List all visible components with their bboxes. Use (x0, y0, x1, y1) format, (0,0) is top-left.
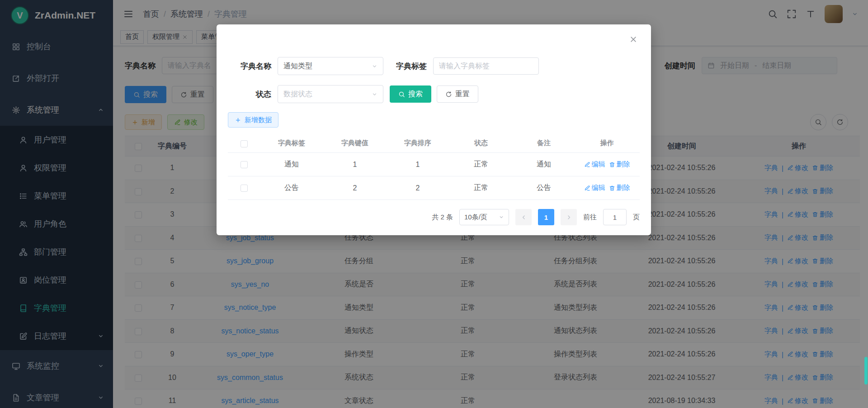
pagination: 共 2 条 10条/页 1 前往 页 (228, 209, 640, 225)
modal-status-select[interactable]: 数据状态 (278, 85, 383, 103)
modal-reset-button[interactable]: 重置 (437, 85, 478, 103)
cell-remark: 公告 (514, 183, 574, 193)
modal-status-label: 状态 (228, 89, 271, 100)
page-size-select[interactable]: 10条/页 (459, 209, 509, 225)
col-dict-label: 字典标签 (260, 139, 323, 147)
modal-form-row-1: 字典名称 通知类型 字典标签 (228, 57, 640, 75)
modal-dict-name-select[interactable]: 通知类型 (278, 57, 383, 75)
row-delete-link[interactable]: 删除 (609, 184, 630, 192)
refresh-icon (445, 91, 452, 98)
col-dict-sort: 字典排序 (387, 139, 448, 147)
chevron-left-icon (520, 214, 527, 221)
cell-dict-label: 通知 (260, 160, 323, 169)
row-checkbox[interactable] (241, 161, 248, 168)
chevron-down-icon (372, 63, 377, 69)
next-page-button[interactable] (561, 209, 577, 225)
row-delete-link[interactable]: 删除 (609, 160, 630, 169)
cell-dict-value: 1 (323, 161, 387, 169)
modal-search-button[interactable]: 搜索 (390, 85, 431, 103)
dict-data-modal: 字典名称 通知类型 字典标签 状态 数据状态 搜索 重置 新增数据 (217, 24, 651, 235)
col-ops: 操作 (574, 139, 640, 147)
modal-dict-name-label: 字典名称 (228, 61, 271, 71)
edit-icon (584, 161, 590, 168)
row-edit-link[interactable]: 编辑 (584, 184, 605, 192)
add-data-label: 新增数据 (245, 116, 272, 124)
modal-select-all-checkbox[interactable] (241, 140, 248, 147)
status-placeholder: 数据状态 (283, 90, 312, 99)
close-icon[interactable] (629, 35, 637, 43)
cell-remark: 通知 (514, 160, 574, 169)
cell-dict-sort: 2 (387, 184, 448, 192)
row-checkbox[interactable] (241, 185, 248, 192)
search-icon (398, 91, 405, 98)
goto-unit: 页 (633, 213, 640, 222)
pagination-total: 共 2 条 (432, 213, 453, 222)
current-page-button[interactable]: 1 (538, 209, 554, 225)
modal-table-header-row: 字典标签 字典键值 字典排序 状态 备注 操作 (228, 134, 640, 153)
cell-status: 正常 (448, 160, 514, 169)
modal-table-row: 通知 1 1 正常 通知 编辑 删除 (228, 153, 640, 176)
goto-label: 前往 (583, 213, 597, 222)
trash-icon (609, 185, 615, 191)
row-edit-link[interactable]: 编辑 (584, 160, 605, 169)
dict-data-table: 字典标签 字典键值 字典排序 状态 备注 操作 通知 1 1 正常 通知 编辑 … (228, 134, 640, 200)
col-dict-value: 字典键值 (323, 139, 387, 147)
scrollbar-thumb[interactable] (864, 357, 868, 384)
modal-table-row: 公告 2 2 正常 公告 编辑 删除 (228, 176, 640, 200)
modal-dict-label-input[interactable] (439, 62, 533, 70)
modal-toolbar: 新增数据 (228, 112, 640, 128)
selected-dict-name: 通知类型 (283, 62, 312, 71)
cell-dict-value: 2 (323, 184, 387, 192)
trash-icon (609, 161, 615, 168)
cell-dict-sort: 1 (387, 161, 448, 169)
col-status: 状态 (448, 139, 514, 147)
cell-dict-label: 公告 (260, 183, 323, 193)
chevron-down-icon (372, 91, 377, 97)
cell-status: 正常 (448, 183, 514, 193)
modal-dict-label-input-wrap (433, 57, 539, 75)
edit-icon (584, 185, 590, 191)
goto-page-input[interactable] (603, 209, 627, 225)
col-remark: 备注 (514, 139, 574, 147)
prev-page-button[interactable] (515, 209, 532, 225)
modal-search-label: 搜索 (408, 90, 423, 99)
plus-icon (235, 117, 241, 123)
page-size-value: 10条/页 (464, 213, 487, 222)
modal-reset-label: 重置 (455, 90, 470, 99)
add-data-button[interactable]: 新增数据 (228, 112, 278, 128)
modal-form-row-2: 状态 数据状态 搜索 重置 (228, 85, 640, 103)
modal-dict-label-label: 字典标签 (389, 61, 427, 71)
chevron-right-icon (566, 214, 572, 221)
chevron-down-icon (499, 214, 504, 220)
